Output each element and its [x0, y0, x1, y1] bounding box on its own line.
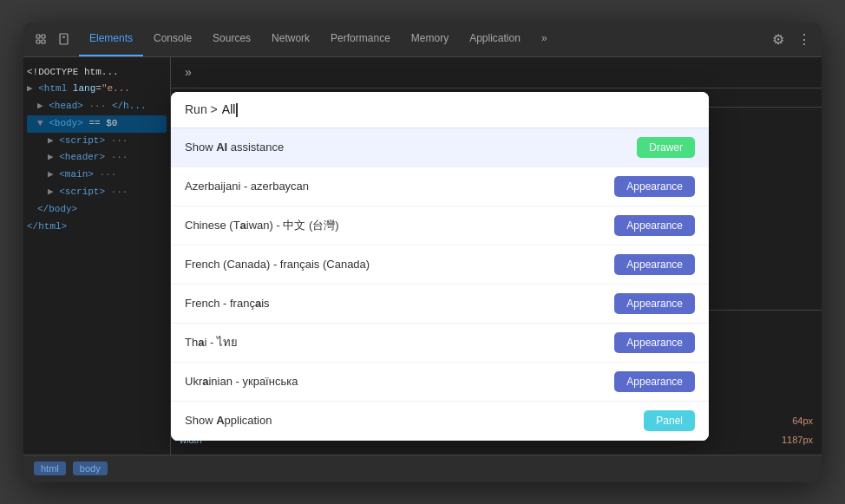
appearance-button[interactable]: Appearance [614, 215, 695, 236]
tab-performance[interactable]: Performance [320, 23, 401, 56]
svg-rect-0 [36, 35, 40, 38]
inspect-icon[interactable] [55, 29, 75, 49]
tree-line[interactable]: ▶ <main> ··· [27, 167, 167, 184]
tab-elements[interactable]: Elements [79, 23, 143, 56]
tab-console[interactable]: Console [143, 23, 202, 56]
command-item-thai[interactable]: Thai - ไทย Appearance [171, 324, 709, 363]
svg-rect-2 [36, 40, 40, 43]
tree-line-body[interactable]: ▼ <body> == $0 [27, 115, 167, 133]
more-options-icon[interactable]: ⋮ [794, 29, 815, 49]
command-item-french-canada[interactable]: French (Canada) - français (Canada) Appe… [171, 245, 709, 285]
command-item-label: Chinese (Taiwan) - 中文 (台灣) [185, 218, 614, 233]
toolbar: Elements Console Sources Network Perform… [23, 23, 822, 57]
run-input[interactable]: All [219, 102, 239, 117]
command-item-chinese-taiwan[interactable]: Chinese (Taiwan) - 中文 (台灣) Appearance [171, 206, 709, 245]
tab-application[interactable]: Application [459, 23, 531, 56]
tree-line[interactable]: ▶ <header> ··· [27, 149, 167, 167]
prop-val: 1187px [782, 430, 813, 449]
command-list: Show AI assistance Drawer Azerbaijani - … [171, 128, 709, 441]
appearance-button[interactable]: Appearance [614, 371, 695, 392]
toolbar-right: ⚙ ⋮ [768, 29, 815, 49]
tree-line[interactable]: ▶ <head> ··· </h... [27, 98, 167, 115]
appearance-button[interactable]: Appearance [614, 254, 695, 275]
command-item-label: French (Canada) - français (Canada) [185, 258, 614, 271]
tree-line: <!DOCTYPE htm... [27, 64, 167, 82]
prop-val: 64px [792, 411, 813, 430]
command-item-label: Ukrainian - українська [185, 375, 614, 388]
right-top: » [171, 57, 822, 88]
elements-panel: <!DOCTYPE htm... ▶ <html lang="e... ▶ <h… [23, 57, 171, 455]
panel-button[interactable]: Panel [644, 410, 695, 431]
tree-line[interactable]: ▶ <script> ··· [27, 184, 167, 201]
tab-bar: Elements Console Sources Network Perform… [79, 23, 764, 56]
tree-line[interactable]: ▶ <html lang="e... [27, 81, 167, 98]
command-input-row: Run > All [171, 92, 709, 128]
appearance-button[interactable]: Appearance [614, 176, 695, 197]
tab-memory[interactable]: Memory [401, 23, 459, 56]
command-item-label: Azerbaijani - azerbaycan [185, 180, 614, 193]
tree-line: </body> [27, 201, 167, 219]
command-palette: Run > All Show AI assistance Drawer Azer… [171, 92, 709, 441]
svg-rect-1 [42, 35, 45, 38]
svg-rect-4 [60, 34, 68, 44]
cursor-icon[interactable] [30, 29, 51, 49]
tab-sources[interactable]: Sources [202, 23, 261, 56]
settings-icon[interactable]: ⚙ [768, 29, 789, 49]
tab-more[interactable]: » [531, 23, 558, 56]
command-item-label: French - français [185, 297, 614, 310]
command-item-label: Show AI assistance [185, 141, 637, 154]
tab-network[interactable]: Network [261, 23, 320, 56]
tree-line: </html> [27, 219, 167, 236]
tree-line[interactable]: ▶ <script> ··· [27, 133, 167, 150]
breadcrumb-html[interactable]: html [34, 461, 66, 475]
svg-rect-3 [42, 40, 45, 43]
command-item-label: Show Application [185, 414, 644, 427]
command-item-azerbaijani[interactable]: Azerbaijani - azerbaycan Appearance [171, 167, 709, 206]
run-label: Run > [185, 102, 218, 116]
command-item-show-ai[interactable]: Show AI assistance Drawer [171, 128, 709, 167]
command-item-label: Thai - ไทย [185, 333, 614, 351]
bottom-bar: html body [23, 455, 822, 482]
breadcrumb-body[interactable]: body [73, 461, 108, 475]
appearance-button[interactable]: Appearance [614, 332, 695, 353]
command-item-show-application[interactable]: Show Application Panel [171, 402, 709, 441]
command-item-french[interactable]: French - français Appearance [171, 285, 709, 324]
svg-rect-5 [62, 36, 65, 38]
command-item-ukrainian[interactable]: Ukrainian - українська Appearance [171, 363, 709, 402]
appearance-button[interactable]: Appearance [614, 293, 695, 314]
chevron-right-icon[interactable]: » [178, 62, 199, 82]
drawer-button[interactable]: Drawer [637, 137, 695, 158]
